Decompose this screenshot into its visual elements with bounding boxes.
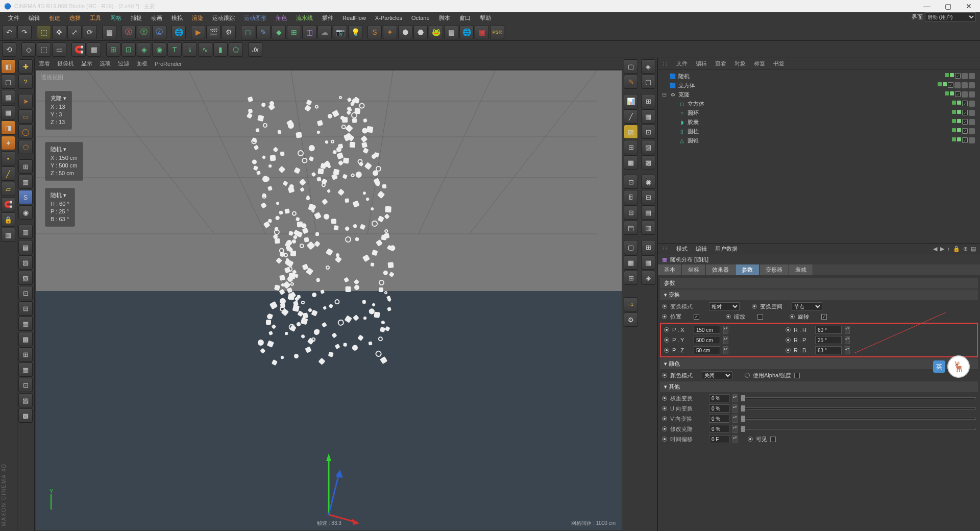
primitive-cube-button[interactable]: ◻ <box>241 25 255 39</box>
render-region-button[interactable]: 🎬 <box>206 25 220 39</box>
lasso-select-tool[interactable]: ◯ <box>18 125 33 139</box>
mograph-extrude-button[interactable]: ▮ <box>213 42 228 57</box>
rh-input[interactable] <box>815 326 842 334</box>
position-check[interactable]: ✓ <box>694 314 699 320</box>
attrmenu-模式[interactable]: 模式 <box>676 245 688 253</box>
menu-脚本[interactable]: 脚本 <box>435 13 454 23</box>
vis-render-dot[interactable] <box>957 137 961 141</box>
object-row-随机[interactable]: 🟦随机✓ <box>659 71 979 81</box>
rt2-03[interactable]: ⊞ <box>641 94 655 108</box>
tool-02[interactable]: ▦ <box>18 175 33 189</box>
mode-object[interactable]: ◨ <box>1 120 15 135</box>
rt-08[interactable]: ⊡ <box>624 175 638 189</box>
vis-render-dot[interactable] <box>957 128 961 132</box>
move-axis-tool[interactable]: ✚ <box>18 59 33 74</box>
tool-13[interactable]: ⊞ <box>18 347 33 361</box>
tab-效果器[interactable]: 效果器 <box>706 264 736 275</box>
tool-16[interactable]: ▨ <box>18 393 33 407</box>
transform-mode-select[interactable]: 相对 <box>709 302 740 310</box>
mode-model[interactable]: ▢ <box>1 75 15 89</box>
menu-编辑[interactable]: 编辑 <box>24 13 44 23</box>
vvar-slider[interactable] <box>741 418 976 420</box>
history-button[interactable]: ⟲ <box>2 42 16 57</box>
rt2-14[interactable]: ◈ <box>641 271 655 285</box>
tab-变形器[interactable]: 变形器 <box>760 264 789 275</box>
maximize-button[interactable]: ▢ <box>941 2 955 10</box>
vis-render-dot[interactable] <box>957 110 961 114</box>
ommenu-文件[interactable]: 文件 <box>676 60 688 67</box>
rt2-09[interactable]: ⊟ <box>641 190 655 204</box>
mograph-spline-button[interactable]: ∿ <box>198 42 212 57</box>
tool-06[interactable]: ▤ <box>18 240 33 254</box>
sel-filter-2[interactable]: ⬚ <box>37 42 51 57</box>
menu-X-Particles[interactable]: X-Particles <box>371 14 406 22</box>
mode-workplane[interactable]: ▦ <box>1 105 15 119</box>
rt2-05[interactable]: ⊡ <box>641 125 655 139</box>
attr-lock[interactable]: 🔒 <box>953 246 960 252</box>
plugin-btn-1[interactable]: S <box>368 25 382 39</box>
ommenu-对象[interactable]: 对象 <box>734 60 746 67</box>
object-row-克隆[interactable]: ⊟⚙克隆✓ <box>659 90 979 99</box>
attr-nav-up[interactable]: ↑ <box>947 246 950 252</box>
rt-10[interactable]: ⊟ <box>624 205 638 220</box>
rp-spin[interactable]: ▴▾ <box>845 336 850 344</box>
weight-radio[interactable] <box>662 396 667 401</box>
psr-button[interactable]: PSR <box>490 25 504 39</box>
vpmenu-选项[interactable]: 选项 <box>100 60 111 67</box>
rh-spin[interactable]: ▴▾ <box>845 326 850 334</box>
transform-space-select[interactable]: 节点 <box>792 302 822 310</box>
menu-运动跟踪[interactable]: 运动跟踪 <box>208 13 239 23</box>
menu-文件[interactable]: 文件 <box>4 13 23 23</box>
timeoff-spin[interactable]: ▴▾ <box>732 435 738 443</box>
rt2-04[interactable]: ▦ <box>641 109 655 124</box>
coord-system-button[interactable]: 🌐 <box>172 25 186 39</box>
ime-badge[interactable]: 英 <box>933 360 945 373</box>
rt-06[interactable]: ⊞ <box>624 140 638 154</box>
ommenu-书签[interactable]: 书签 <box>773 60 785 67</box>
menu-运动图形[interactable]: 运动图形 <box>240 13 271 23</box>
tool-15[interactable]: ⊡ <box>18 378 33 392</box>
mograph-cloner-button[interactable]: ⊞ <box>106 42 120 57</box>
axis-gizmo-center[interactable] <box>298 443 359 525</box>
vpmenu-过滤[interactable]: 过滤 <box>118 60 129 67</box>
mograph-text-button[interactable]: T <box>167 42 182 57</box>
weight-input[interactable] <box>709 394 729 402</box>
px-input[interactable] <box>694 326 720 334</box>
tool-07[interactable]: ▨ <box>18 255 33 270</box>
section-other[interactable]: ▾ 其他 <box>660 381 978 392</box>
expand-icon[interactable]: ⊟ <box>661 91 667 98</box>
enable-snap[interactable]: 🧲 <box>1 197 15 211</box>
move-tool[interactable]: ✥ <box>52 25 66 39</box>
position-radio[interactable] <box>662 314 667 319</box>
py-radio[interactable] <box>664 337 669 343</box>
mode-texture[interactable]: ▩ <box>1 90 15 104</box>
plugin-btn-6[interactable]: ▦ <box>444 25 458 39</box>
transform-mode-radio[interactable] <box>662 304 667 309</box>
section-transform[interactable]: ▾ 变换 <box>660 289 978 300</box>
rb-input[interactable] <box>815 346 842 354</box>
px-radio[interactable] <box>664 327 669 332</box>
menu-工具[interactable]: 工具 <box>86 13 105 23</box>
modclone-slider[interactable] <box>741 428 976 430</box>
modclone-radio[interactable] <box>662 426 667 431</box>
menu-模拟[interactable]: 模拟 <box>167 13 187 23</box>
vpmenu-显示[interactable]: 显示 <box>81 60 92 67</box>
menu-捕捉[interactable]: 捕捉 <box>127 13 146 23</box>
uvar-spin[interactable]: ▴▾ <box>732 404 738 413</box>
uvar-input[interactable] <box>709 404 729 413</box>
recent-tool[interactable]: ▦ <box>102 25 116 39</box>
live-select-tool[interactable]: ➤ <box>18 94 33 108</box>
vpmenu-摄像机[interactable]: 摄像机 <box>57 60 74 67</box>
object-row-圆锥[interactable]: △圆锥✓ <box>659 136 979 145</box>
section-params[interactable]: 参数 <box>660 278 978 288</box>
rt-01[interactable]: ▢ <box>624 59 638 74</box>
menu-渲染[interactable]: 渲染 <box>188 13 207 23</box>
object-tag[interactable] <box>969 101 975 107</box>
rt2-01[interactable]: ◈ <box>641 59 655 74</box>
om-grip-icon[interactable]: ⫶⫶ <box>662 61 668 67</box>
rt-03[interactable]: 📊 <box>624 94 638 108</box>
timeoff-input[interactable] <box>709 435 729 443</box>
menu-帮助[interactable]: 帮助 <box>476 13 495 23</box>
rb-spin[interactable]: ▴▾ <box>845 346 850 354</box>
axis-y-toggle[interactable]: Ⓨ <box>137 25 151 39</box>
